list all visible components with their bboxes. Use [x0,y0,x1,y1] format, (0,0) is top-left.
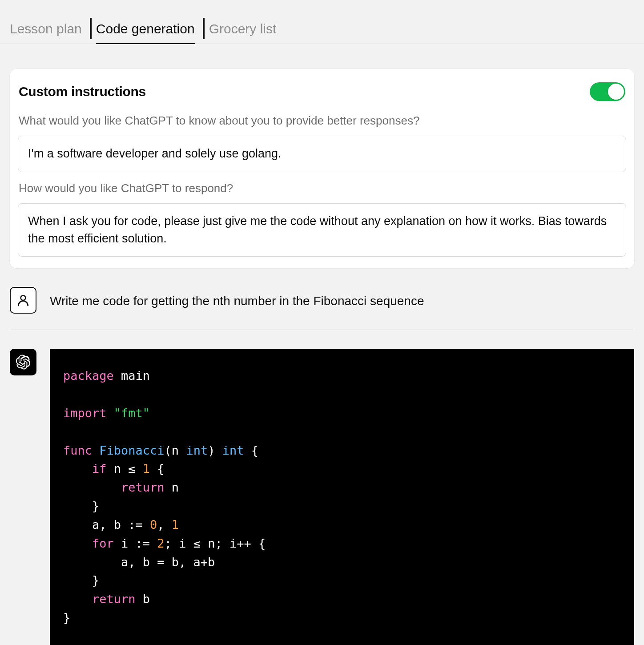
question-1-input[interactable]: I'm a software developer and solely use … [18,136,626,172]
custom-instructions-header: Custom instructions [18,82,626,101]
assistant-code-block[interactable]: package main import "fmt" func Fibonacci… [50,349,634,645]
tab-grocery-list[interactable]: Grocery list [209,18,285,44]
tabs-bar: Lesson plan Code generation Grocery list [0,9,644,44]
custom-instructions-toggle[interactable] [590,82,625,101]
custom-instructions-title: Custom instructions [19,84,146,99]
tab-lesson-plan[interactable]: Lesson plan [10,18,90,44]
toggle-knob [608,84,624,100]
question-1-label: What would you like ChatGPT to know abou… [19,113,625,129]
user-avatar-icon [10,287,36,314]
conversation: Write me code for getting the nth number… [0,268,644,645]
page-root: Lesson plan Code generation Grocery list… [0,0,644,645]
user-message-text: Write me code for getting the nth number… [50,287,424,314]
question-2-label: How would you like ChatGPT to respond? [19,180,625,196]
assistant-avatar-icon [10,349,36,375]
question-2-input[interactable]: When I ask you for code, please just giv… [18,203,626,257]
tab-code-generation[interactable]: Code generation [96,18,203,44]
tab-separator [203,18,205,39]
assistant-message: package main import "fmt" func Fibonacci… [10,330,634,645]
user-message: Write me code for getting the nth number… [10,268,634,330]
custom-instructions-card: Custom instructions What would you like … [10,69,634,268]
svg-point-0 [21,296,26,301]
tab-separator [90,18,92,39]
